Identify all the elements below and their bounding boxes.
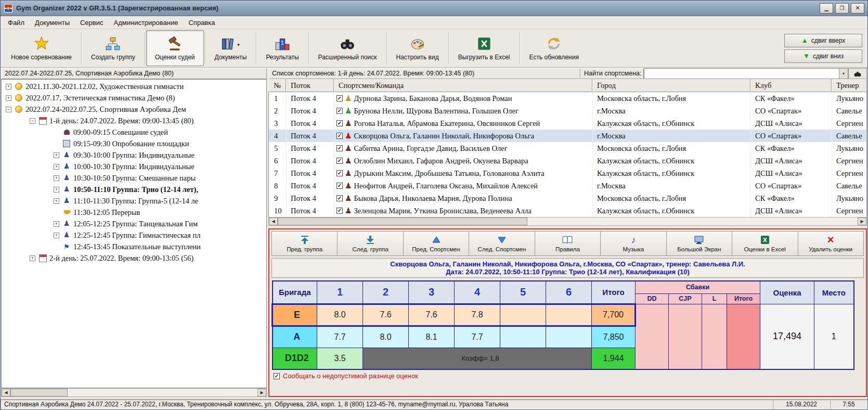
athlete-checkbox[interactable] xyxy=(336,183,343,189)
scores-to-excel-button[interactable]: Оценки в Excel xyxy=(732,231,798,256)
tree-expand-toggle[interactable] xyxy=(54,187,59,193)
tree-expand-toggle[interactable] xyxy=(54,198,59,204)
column-header-team[interactable]: Спортсмен/Команда xyxy=(334,79,592,92)
tree-expand-toggle[interactable] xyxy=(54,175,59,181)
athlete-row[interactable]: 8 Поток 4 Неофитов Андрей, Глаголева Окс… xyxy=(269,180,866,192)
athlete-row[interactable]: 3 Поток 4 Рогова Наталья, Абрамова Екате… xyxy=(269,117,866,130)
tree-expand-toggle[interactable] xyxy=(6,107,11,112)
athlete-checkbox[interactable] xyxy=(336,133,343,139)
athlete-row[interactable]: 2 Поток 4 Брунова Нелли, Щурова Валентин… xyxy=(269,105,866,117)
menu-item[interactable]: Файл xyxy=(3,17,30,28)
tree-item[interactable]: 2-й день: 25.07.2022. Время: 09:00-13:05… xyxy=(2,252,266,264)
judge-score-cell[interactable]: 7.8 xyxy=(455,304,500,326)
shift-down-button[interactable]: сдвиг вниз xyxy=(784,49,862,63)
scroll-left-button[interactable] xyxy=(269,217,278,225)
tree-item[interactable]: 10:00-10:30 Группа: Индивидуальные xyxy=(2,161,266,172)
tree-item[interactable]: 2022.07.24-2022.07.25, Спортивная Аэроби… xyxy=(2,104,266,115)
athlete-checkbox[interactable] xyxy=(336,95,343,101)
scroll-left-button[interactable] xyxy=(2,389,10,396)
judge-score-cell[interactable] xyxy=(500,326,546,348)
menu-item[interactable]: Справка xyxy=(183,17,220,28)
tree-expand-toggle[interactable] xyxy=(54,233,59,238)
rules-button[interactable]: Правила xyxy=(535,231,601,256)
tree-expand-toggle[interactable] xyxy=(6,84,11,89)
tree-item[interactable]: 09:30-10:00 Группа: Индивидуальные xyxy=(2,149,266,161)
tree-expand-toggle[interactable] xyxy=(6,95,11,101)
athlete-row[interactable]: 1 Поток 4 Дурнова Зарина, Баканова Дарья… xyxy=(269,92,866,105)
tree-expand-toggle[interactable] xyxy=(54,164,59,170)
athlete-checkbox[interactable] xyxy=(336,158,343,164)
advanced-search-button[interactable]: Расширенный поиск xyxy=(310,30,385,66)
judge-score-cell[interactable]: 8.0 xyxy=(363,326,409,348)
prev-group-button[interactable]: Пред. группа xyxy=(271,231,338,256)
athletes-horizontal-scrollbar[interactable] xyxy=(268,217,867,226)
scroll-right-button[interactable] xyxy=(257,389,266,396)
judge-score-cell[interactable]: 7.7 xyxy=(317,326,363,348)
judge-score-cell[interactable]: 7.6 xyxy=(409,304,455,326)
column-header-num[interactable]: № xyxy=(268,79,286,92)
tree-item[interactable]: 11:10-11:30 Группа: Группа-5 (12-14 ле xyxy=(2,195,266,207)
athlete-row[interactable]: 9 Поток 4 Быкова Дарья, Николаева Мария,… xyxy=(269,192,866,204)
judge-score-cell[interactable]: 7.7 xyxy=(455,326,500,348)
big-screen-button[interactable]: Большой Экран xyxy=(666,231,732,256)
judge-score-cell[interactable] xyxy=(546,304,592,326)
customize-view-button[interactable]: Настроить вид xyxy=(388,30,447,66)
column-header-coach[interactable]: Тренер xyxy=(832,79,867,92)
next-athlete-button[interactable]: След. Спортсмен xyxy=(469,231,535,256)
warn-difference-checkbox[interactable] xyxy=(274,373,280,379)
chevron-down-icon[interactable] xyxy=(839,69,848,79)
delete-scores-button[interactable]: Удалить оценки xyxy=(798,231,864,256)
deduction-l-cell[interactable] xyxy=(702,304,727,369)
prev-athlete-button[interactable]: Пред. Спортсмен xyxy=(403,231,469,256)
scroll-right-button[interactable] xyxy=(858,217,866,225)
tree-horizontal-scrollbar[interactable] xyxy=(1,388,267,397)
judge-score-cell[interactable]: 3.5 xyxy=(317,348,363,369)
athlete-checkbox[interactable] xyxy=(336,208,343,214)
shift-up-button[interactable]: сдвиг вверх xyxy=(784,34,862,47)
scrollbar-thumb[interactable] xyxy=(278,217,527,225)
find-athlete-button[interactable] xyxy=(848,68,867,79)
athlete-checkbox[interactable] xyxy=(336,170,343,176)
scrollbar-thumb[interactable] xyxy=(10,389,68,396)
documents-button[interactable]: Документы xyxy=(206,30,255,66)
judge-score-cell[interactable] xyxy=(500,304,546,326)
minimize-button[interactable] xyxy=(820,3,833,14)
results-button[interactable]: 1 Результаты xyxy=(257,30,307,66)
menu-item[interactable]: Администрирование xyxy=(109,17,184,28)
updates-button[interactable]: Есть обновления xyxy=(521,30,587,66)
tree-item[interactable]: 09:00-09:15 Совещание судей xyxy=(2,126,266,138)
athlete-checkbox[interactable] xyxy=(336,120,343,126)
deduction-dd-cell[interactable] xyxy=(636,304,669,369)
tree-item[interactable]: 12:45-13:45 Показательные выступлени xyxy=(2,241,266,252)
judge-score-cell[interactable]: 8.0 xyxy=(317,304,363,326)
tree-item[interactable]: 2021.11.30-2021.12.02, Художественная ги… xyxy=(2,81,266,92)
tree-item[interactable]: 1-й день: 24.07.2022. Время: 09:00-13:45… xyxy=(2,115,266,126)
tree-expand-toggle[interactable] xyxy=(54,221,59,227)
athlete-row[interactable]: 6 Поток 4 Оглоблин Михаил, Гафаров Андре… xyxy=(269,155,866,167)
tree-item[interactable]: 11:30-12:05 Перерыв xyxy=(2,207,266,218)
athlete-row[interactable]: 5 Поток 4 Сабитва Арина, Горгадзе Давид,… xyxy=(269,142,866,155)
tree-expand-toggle[interactable] xyxy=(54,152,59,158)
deduction-cjp-cell[interactable] xyxy=(669,304,702,369)
column-header-club[interactable]: Клуб xyxy=(750,79,832,92)
judge-scores-button[interactable]: Оценки судей xyxy=(146,30,204,66)
column-header-flow[interactable]: Поток xyxy=(286,79,334,92)
music-button[interactable]: Музыка xyxy=(600,231,666,256)
scrollbar-track[interactable] xyxy=(10,389,257,396)
new-competition-button[interactable]: Новое соревнование xyxy=(3,30,80,66)
chevron-down-icon[interactable] xyxy=(236,39,240,48)
athlete-row[interactable]: 7 Поток 4 Дурыкин Максим, Дробышева Тать… xyxy=(269,167,866,180)
athlete-checkbox[interactable] xyxy=(336,145,343,151)
tree-expand-toggle[interactable] xyxy=(30,255,35,261)
athlete-row[interactable]: 4 Поток 4 Скворцова Ольга, Галанин Никол… xyxy=(269,130,866,142)
tree-item[interactable]: 09:15-09:30 Опробование площадки xyxy=(2,138,266,149)
judge-score-cell[interactable] xyxy=(546,326,592,348)
export-excel-button[interactable]: Выгрузить в Excel xyxy=(450,30,519,66)
menu-item[interactable]: Документы xyxy=(30,17,75,28)
column-header-city[interactable]: Город xyxy=(592,79,750,92)
athlete-checkbox[interactable] xyxy=(336,108,343,114)
tree-item[interactable]: 2022.07.17, Эстетическая гимнастика Демо… xyxy=(2,92,266,104)
tree-item[interactable]: 12:25-12:45 Группа: Гимнастическая пл xyxy=(2,229,266,241)
tree-expand-toggle[interactable] xyxy=(30,118,35,124)
judge-score-cell[interactable]: 8.1 xyxy=(409,326,455,348)
